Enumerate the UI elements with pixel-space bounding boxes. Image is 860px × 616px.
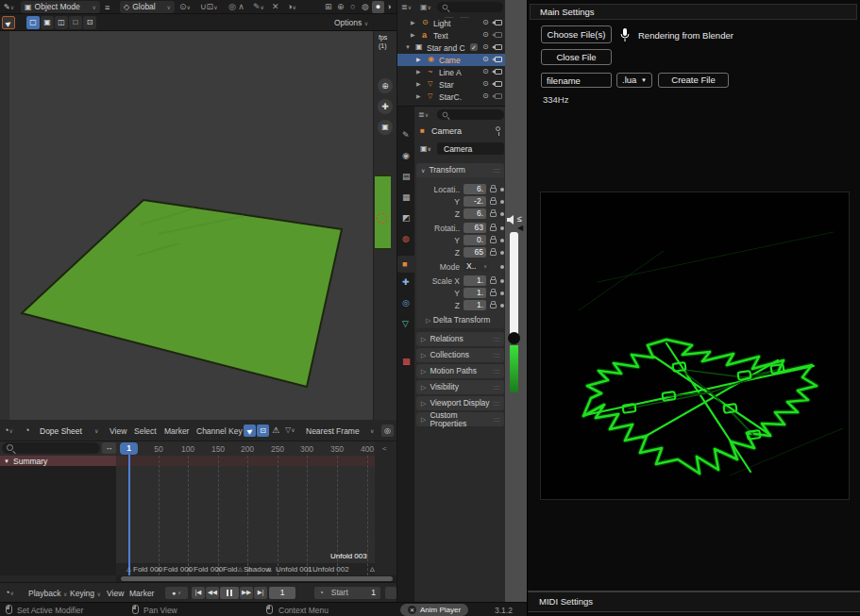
pivot-point-button[interactable]: ⊙∨ [179,3,191,11]
jump-to-end-button[interactable]: ▶| [254,587,267,599]
menu-marker[interactable]: Marker [164,427,189,436]
outliner-item-label[interactable]: Came [439,57,461,65]
menu-keying[interactable]: Keying ∨ [70,590,101,598]
menu-select[interactable]: Select [134,427,157,436]
outliner-item-label[interactable]: Star and C [427,44,465,53]
proportional-keys-button[interactable]: ◎ [381,425,394,437]
scale-y-value[interactable]: 1. [464,288,486,298]
filename-input[interactable] [541,73,612,88]
timeline-editor-icon[interactable]: ◔∨ [5,589,14,597]
animate-dot[interactable] [500,200,504,204]
filter-funnel-icon[interactable]: ▽∨ [285,426,295,434]
marker-label-selected[interactable]: Unfold 003 [330,553,367,560]
key-region[interactable] [116,466,375,563]
camera-view-gizmo-button[interactable]: ▣ [378,120,393,135]
hide-eye-icon[interactable]: ⊙ [482,92,489,100]
shading-rendered-button[interactable]: ◑ [386,3,391,11]
outliner-row-camera[interactable]: ▶ ◉ Came ⊙ [397,54,506,66]
outliner-row-line[interactable]: ▶ ~ Line A ⊙ [397,66,506,78]
outliner-item-label[interactable]: StarC. [439,93,462,102]
loc-x-value[interactable]: 6. [464,184,486,194]
create-file-button[interactable]: Create File [658,73,729,88]
playhead-line[interactable] [128,455,130,575]
animate-dot[interactable] [500,239,504,242]
current-frame-field[interactable]: 1 [269,587,295,599]
drag-handle-icon[interactable]: :::: [493,336,500,342]
tab-modifiers[interactable]: ✚ [402,278,410,287]
tab-physics[interactable]: ◎ [402,299,410,308]
shading-material-button[interactable]: ● [372,1,384,13]
snap-button[interactable]: ∪⊡∨ [200,3,218,11]
marker-triangle[interactable]: △ [247,566,252,572]
hide-eye-icon[interactable]: ⊙ [482,19,489,26]
volume-slider-track[interactable] [510,232,518,338]
marker-triangle[interactable]: △ [187,566,192,572]
render-visibility-icon[interactable] [495,69,502,75]
section-collections[interactable]: ▷Collections:::: [416,348,504,362]
editor-type-icon[interactable]: ✎∨ [4,4,14,11]
viewport-3d[interactable] [0,31,373,420]
drag-handle-icon[interactable]: :::: [493,400,500,407]
expand-icon[interactable]: ▶ [416,81,421,87]
anim-player-badge[interactable]: ✕ Anim Player [400,604,468,616]
expand-icon[interactable]: ▶ [416,57,421,62]
prev-keyframe-button[interactable]: ◀◀ [206,587,219,599]
current-frame-badge[interactable]: 1 [120,442,138,455]
animate-dot[interactable] [500,226,504,230]
tab-scene[interactable]: ◩ [402,214,411,223]
lock-icon[interactable] [490,188,497,192]
transform-panel-header[interactable]: ∨ Transform :::: [416,163,504,177]
lock-icon[interactable] [490,304,497,308]
animate-dot[interactable] [500,188,504,191]
panel-corner-icon[interactable]: < [382,445,387,453]
object-id-icon[interactable]: ▣∨ [420,145,431,153]
volume-slider-knob[interactable] [508,332,520,344]
menu-playback[interactable]: Playback ∨ [28,590,67,598]
dopesheet-mode-icon[interactable]: ◔ [25,426,29,435]
section-relations[interactable]: ▷Relations:::: [416,332,504,346]
expand-icon[interactable]: ▶ [416,69,421,75]
lock-icon[interactable] [490,212,497,217]
lock-icon[interactable] [490,239,497,243]
expand-icon[interactable]: ▶ [416,93,421,99]
marker-label[interactable]: Unfold 002 [312,566,349,574]
rot-y-value[interactable]: 0. [464,235,486,245]
transform-gizmo-button[interactable]: ✕ [272,3,279,11]
animate-dot[interactable] [500,212,504,216]
snap-dropdown[interactable]: Nearest Frame [306,427,360,436]
outliner-filter-icon[interactable]: ≣∨ [401,4,412,11]
choose-files-button[interactable]: Choose File(s) [541,25,612,43]
auto-keying-button[interactable]: ●∨ [165,587,188,599]
animate-dot[interactable] [500,265,504,269]
jump-to-start-button[interactable]: |◀ [192,587,205,599]
drag-handle-icon[interactable]: :::: [493,352,500,358]
only-selected-button[interactable]: ▶ [244,425,256,437]
close-icon[interactable]: ✕ [408,606,416,614]
expand-icon[interactable]: ▶ [411,20,415,25]
only-errors-icon[interactable]: ⚠ [272,426,279,435]
close-file-button[interactable]: Close File [541,49,612,65]
zoom-gizmo-button[interactable]: ⊕ [378,78,393,93]
collapse-icon[interactable]: ▼ [4,458,9,464]
outliner-search-field[interactable] [437,2,503,12]
render-visibility-icon[interactable] [495,44,502,50]
drag-handle-icon[interactable]: :::: [493,384,500,391]
midi-settings-header[interactable]: MIDI Settings [528,592,860,612]
tab-data[interactable]: ▽ [402,320,409,328]
collection-checkbox[interactable]: ✓ [470,43,478,51]
menu-view[interactable]: View [107,590,124,598]
render-visibility-icon[interactable] [495,57,502,62]
render-visibility-icon[interactable] [495,20,502,25]
tab-material[interactable]: ▩ [402,358,411,366]
animate-dot[interactable] [500,251,504,255]
object-name-field[interactable]: Camera [437,142,504,155]
end-frame-field-partial[interactable] [385,587,396,599]
menu-view[interactable]: View [110,427,126,436]
drag-handle-icon[interactable]: :::: [493,167,500,174]
section-visibility[interactable]: ▷Visibility:::: [416,380,504,394]
tab-output[interactable]: ▤ [402,173,411,181]
outliner-row-star[interactable]: ▶ ▽ Star ⊙ [397,78,506,91]
outliner-row-text[interactable]: ▶ a Text ⊙ [397,29,506,42]
outliner-display-mode-icon[interactable]: ▣∨ [420,4,431,11]
section-motion-paths[interactable]: ▷Motion Paths:::: [416,364,504,378]
